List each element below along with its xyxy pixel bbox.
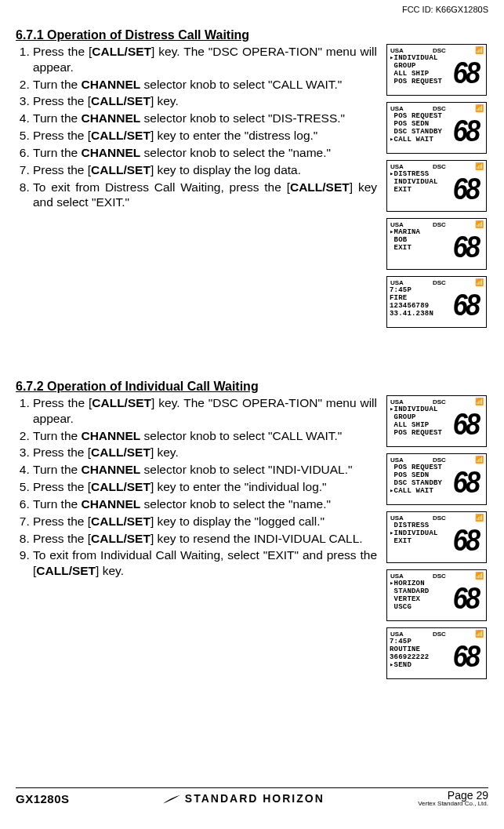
step: Press the [CALL/SET] key to display the … xyxy=(33,162,379,178)
fcc-id: FCC ID: K66GX1280S xyxy=(402,5,488,14)
steps-list-1: Press the [CALL/SET] key. The "DSC OPERA… xyxy=(16,44,379,210)
lcd-screen: USADSC📶 ▸INDIVIDUAL GROUP ALL SHIP POS R… xyxy=(386,44,487,96)
lcd-usa: USA xyxy=(390,47,404,54)
step: Press the [CALL/SET] key. xyxy=(33,93,379,109)
signal-icon: 📶 xyxy=(475,514,483,522)
signal-icon: 📶 xyxy=(475,630,483,638)
step: Turn the CHANNEL selector knob to select… xyxy=(33,462,379,478)
step: Turn the CHANNEL selector knob to select… xyxy=(33,77,379,93)
lcd-screen: USADSC📶 ▸HORIZON STANDARD VERTEX USCG68 xyxy=(386,569,487,621)
lcd-screen: USADSC📶 7:45P FIRE 123456789 33.41.238N6… xyxy=(386,276,487,328)
signal-icon: 📶 xyxy=(475,398,483,405)
signal-icon: 📶 xyxy=(475,572,483,580)
step: Turn the CHANNEL selector knob to select… xyxy=(33,496,379,512)
steps-list-2: Press the [CALL/SET] key. The "DSC OPERA… xyxy=(16,395,379,579)
step: Press the [CALL/SET] key. The "DSC OPERA… xyxy=(33,44,379,75)
step: Turn the CHANNEL selector knob to select… xyxy=(33,145,379,161)
page-number: Page 29 xyxy=(418,790,488,801)
step: Turn the CHANNEL selector knob to select… xyxy=(33,428,379,444)
step: To exit from Distress Call Waiting, pres… xyxy=(33,180,379,211)
signal-icon: 📶 xyxy=(475,220,483,228)
model-label: GX1280S xyxy=(16,792,70,805)
step: Turn the CHANNEL selector knob to select… xyxy=(33,111,379,126)
lcd-channel: 68 xyxy=(449,54,484,92)
signal-icon: 📶 xyxy=(475,104,483,112)
company-name: Vertex Standard Co., Ltd. xyxy=(418,801,488,807)
section-heading-2: 6.7.2 Operation of Individual Call Waiti… xyxy=(16,380,488,394)
step: Press the [CALL/SET] key to resend the I… xyxy=(33,531,379,547)
signal-icon: 📶 xyxy=(475,162,483,170)
lcd-screen: USADSC📶 ▸DISTRESS INDIVIDUAL EXIT68 xyxy=(386,160,487,212)
page-footer: GX1280S STANDARD HORIZON Page 29 Vertex … xyxy=(16,787,488,807)
lcd-screen: USADSC📶 POS REQUEST POS SEDN DSC STANDBY… xyxy=(386,102,487,154)
step: To exit from Individual Call Waiting, se… xyxy=(33,547,379,579)
lcd-screen: USADSC📶 ▸INDIVIDUAL GROUP ALL SHIP POS R… xyxy=(386,395,487,447)
step: Press the [CALL/SET] key. The "DSC OPERA… xyxy=(33,395,379,427)
wing-icon xyxy=(163,794,180,803)
step: Press the [CALL/SET] key to enter the "i… xyxy=(33,479,379,495)
lcd-screen: USADSC📶 ▸MARINA BOB EXIT68 xyxy=(386,218,487,270)
signal-icon: 📶 xyxy=(475,456,483,464)
lcd-menu: ▸INDIVIDUAL GROUP ALL SHIP POS REQUEST xyxy=(387,54,447,92)
section-heading-1: 6.7.1 Operation of Distress Call Waiting xyxy=(16,28,488,42)
lcd-screen: USADSC📶 7:45P ROUTINE 366922222 ▸SEND68 xyxy=(386,627,487,679)
signal-icon: 📶 xyxy=(475,278,483,286)
lcd-screen: USADSC📶 DISTRESS ▸INDIVIDUAL EXIT68 xyxy=(386,511,487,563)
step: Press the [CALL/SET] key to display the … xyxy=(33,514,379,529)
step: Press the [CALL/SET] key to enter the "d… xyxy=(33,128,379,144)
lcd-dsc: DSC xyxy=(433,47,446,54)
brand-logo: STANDARD HORIZON xyxy=(163,792,325,805)
brand-name: STANDARD HORIZON xyxy=(185,792,325,805)
step: Press the [CALL/SET] key. xyxy=(33,445,379,460)
signal-icon: 📶 xyxy=(475,46,483,54)
lcd-screen: USADSC📶 POS REQUEST POS SEDN DSC STANDBY… xyxy=(386,453,487,505)
